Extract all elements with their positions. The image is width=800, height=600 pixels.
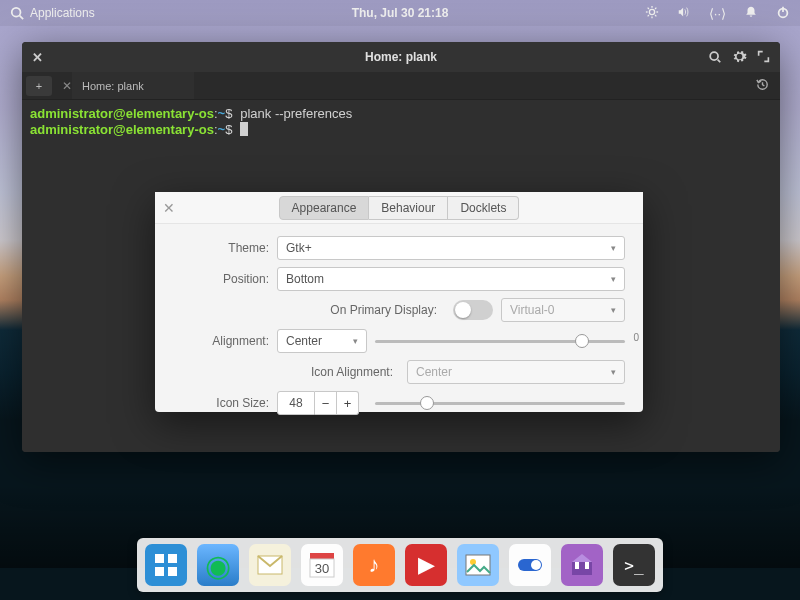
mail-icon [257, 555, 283, 575]
chevron-down-icon: ▾ [611, 367, 616, 377]
close-icon: ✕ [32, 50, 43, 65]
chevron-down-icon: ▾ [611, 243, 616, 253]
tab[interactable]: Home: plank [72, 72, 194, 99]
tab-switcher: Appearance Behaviour Docklets [279, 196, 520, 220]
svg-line-10 [655, 7, 656, 8]
svg-point-26 [470, 559, 476, 565]
dock-item-photos[interactable] [457, 544, 499, 586]
search-icon [10, 6, 24, 20]
play-icon: ▶ [418, 552, 435, 578]
alignment-select[interactable]: Center ▾ [277, 329, 367, 353]
icon-size-value[interactable]: 48 [277, 391, 315, 415]
top-panel: Applications Thu, Jul 30 21:18 ⟨··⟩ [0, 0, 800, 26]
tab-docklets[interactable]: Docklets [448, 196, 519, 220]
applications-menu[interactable]: Applications [10, 6, 95, 20]
svg-line-7 [647, 7, 648, 8]
dock-item-videos[interactable]: ▶ [405, 544, 447, 586]
note-icon: ♪ [369, 552, 380, 578]
tab-appearance[interactable]: Appearance [279, 196, 370, 220]
search-icon[interactable] [708, 50, 722, 64]
plank-dock: ◉ 30 ♪ ▶ >_ [137, 538, 663, 592]
maximize-icon[interactable] [757, 50, 770, 63]
chevron-down-icon: ▾ [353, 336, 358, 346]
grid-icon [153, 552, 179, 578]
window-title: Home: plank [365, 50, 437, 64]
tab-label: Home: plank [82, 80, 144, 92]
dock-item-mail[interactable] [249, 544, 291, 586]
terminal-icon: >_ [624, 556, 643, 575]
chevron-down-icon: ▾ [611, 305, 616, 315]
stepper-plus[interactable]: + [337, 391, 359, 415]
position-select[interactable]: Bottom ▾ [277, 267, 625, 291]
icon-alignment-select: Center ▾ [407, 360, 625, 384]
brightness-icon [645, 5, 659, 19]
terminal-cursor [240, 122, 248, 136]
svg-rect-18 [168, 554, 177, 563]
icon-size-label: Icon Size: [173, 396, 269, 410]
bell-icon [744, 5, 758, 19]
svg-line-1 [20, 16, 24, 20]
position-label: Position: [173, 272, 269, 286]
dock-item-terminal[interactable]: >_ [613, 544, 655, 586]
plank-preferences-dialog: ✕ Appearance Behaviour Docklets Theme: G… [155, 192, 643, 412]
minus-icon: − [322, 396, 330, 411]
dock-item-settings[interactable] [509, 544, 551, 586]
dialog-header[interactable]: ✕ Appearance Behaviour Docklets [155, 192, 643, 224]
plus-icon: + [344, 396, 352, 411]
session-indicator[interactable] [776, 5, 790, 22]
photo-icon [465, 554, 491, 576]
theme-select[interactable]: Gtk+ ▾ [277, 236, 625, 260]
theme-label: Theme: [173, 241, 269, 255]
tab-behaviour[interactable]: Behaviour [369, 196, 448, 220]
notification-indicator[interactable] [744, 5, 758, 22]
appcenter-icon [569, 552, 595, 578]
gear-icon[interactable] [732, 49, 747, 64]
brightness-indicator[interactable] [645, 5, 659, 22]
primary-display-switch[interactable] [453, 300, 493, 320]
svg-text:30: 30 [315, 561, 329, 576]
network-indicator[interactable]: ⟨··⟩ [709, 6, 726, 21]
dock-item-appcenter[interactable] [561, 544, 603, 586]
alignment-offset-slider[interactable]: 0 [375, 329, 625, 353]
dock-item-calendar[interactable]: 30 [301, 544, 343, 586]
svg-rect-31 [575, 562, 579, 569]
tab-close-button[interactable]: ✕ [62, 79, 72, 93]
history-button[interactable] [755, 77, 770, 94]
globe-icon: ◉ [205, 548, 231, 583]
close-icon: ✕ [163, 200, 175, 216]
command-text: plank --preferences [240, 106, 352, 121]
appearance-form: Theme: Gtk+ ▾ Position: Bottom ▾ On Prim… [155, 224, 643, 429]
prompt-path: ~ [218, 106, 226, 121]
applications-label: Applications [30, 6, 95, 20]
prompt-user: administrator@elementary-os [30, 106, 214, 121]
window-titlebar[interactable]: ✕ Home: plank [22, 42, 780, 72]
stepper-minus[interactable]: − [315, 391, 337, 415]
calendar-icon: 30 [308, 551, 336, 579]
alignment-label: Alignment: [173, 334, 269, 348]
dialog-close-button[interactable]: ✕ [163, 200, 175, 216]
clock[interactable]: Thu, Jul 30 21:18 [352, 6, 449, 20]
icon-size-stepper[interactable]: 48 − + [277, 391, 367, 415]
svg-rect-22 [310, 553, 334, 559]
dock-item-slingshot[interactable] [145, 544, 187, 586]
volume-icon [677, 5, 691, 19]
svg-marker-30 [572, 554, 592, 562]
sound-indicator[interactable] [677, 5, 691, 22]
svg-rect-19 [155, 567, 164, 576]
window-close-button[interactable]: ✕ [32, 50, 43, 65]
icon-size-slider[interactable] [375, 391, 625, 415]
display-select: Virtual-0 ▾ [501, 298, 625, 322]
svg-point-28 [531, 560, 541, 570]
power-icon [776, 5, 790, 19]
svg-line-8 [655, 15, 656, 16]
dock-item-web[interactable]: ◉ [197, 544, 239, 586]
icon-alignment-label: Icon Alignment: [277, 365, 393, 379]
new-tab-button[interactable]: + [26, 76, 52, 96]
chevron-down-icon: ▾ [611, 274, 616, 284]
dock-item-music[interactable]: ♪ [353, 544, 395, 586]
tab-bar: + ✕ Home: plank [22, 72, 780, 100]
svg-rect-32 [585, 562, 589, 569]
network-icon: ⟨··⟩ [709, 6, 726, 21]
svg-point-0 [12, 8, 21, 17]
svg-point-13 [710, 52, 718, 60]
